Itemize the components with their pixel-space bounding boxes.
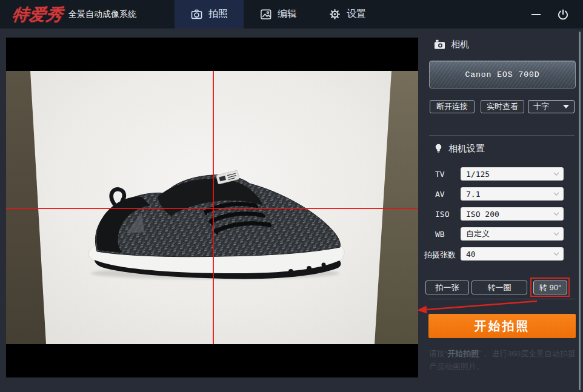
minimize-icon[interactable] bbox=[531, 14, 541, 15]
camera-section-header: 相机 bbox=[434, 39, 469, 50]
annotation-highlight-box bbox=[530, 277, 570, 297]
chevron-down-icon bbox=[553, 192, 559, 196]
camera-icon bbox=[434, 39, 445, 50]
tab-label: 拍照 bbox=[208, 8, 228, 21]
app-logo: 特爱秀 全景自动成像系统 bbox=[12, 0, 136, 28]
camera-icon bbox=[190, 8, 203, 21]
chevron-down-icon bbox=[553, 212, 559, 216]
av-select[interactable]: 7.1 bbox=[461, 187, 564, 201]
iso-label: ISO bbox=[435, 210, 449, 219]
hint-text: 请按“开始拍照”， 进行360度全景自动拍摄产品动画照片。 bbox=[429, 347, 576, 373]
shot-count-select[interactable]: 40 bbox=[461, 247, 564, 261]
window-controls bbox=[531, 0, 570, 28]
divider bbox=[429, 135, 575, 136]
av-value: 7.1 bbox=[466, 190, 480, 199]
overlay-mode-dropdown[interactable]: 十字 bbox=[528, 100, 575, 113]
power-icon[interactable] bbox=[556, 8, 570, 21]
tv-label: TV bbox=[435, 170, 445, 179]
title-bar: 特爱秀 全景自动成像系统 拍照 bbox=[0, 0, 583, 28]
hint-prefix: 请按“ bbox=[429, 349, 447, 358]
start-shooting-button[interactable]: 开始拍照 bbox=[428, 314, 576, 338]
app-subtitle: 全景自动成像系统 bbox=[68, 9, 136, 20]
crosshair-vertical-line bbox=[213, 71, 214, 344]
overlay-mode-value: 十字 bbox=[533, 101, 549, 112]
image-icon bbox=[259, 8, 272, 21]
chevron-down-icon bbox=[553, 172, 559, 176]
chevron-down-icon bbox=[553, 232, 559, 236]
disconnect-button[interactable]: 断开连接 bbox=[430, 100, 475, 113]
tv-value: 1/125 bbox=[466, 170, 490, 179]
tab-capture[interactable]: 拍照 bbox=[175, 0, 244, 28]
divider bbox=[429, 299, 575, 299]
chevron-down-icon bbox=[553, 252, 559, 256]
iso-select[interactable]: ISO 200 bbox=[461, 207, 564, 221]
camera-live-preview bbox=[6, 38, 418, 377]
bulb-icon bbox=[434, 144, 443, 154]
live-view-button[interactable]: 实时查看 bbox=[481, 100, 524, 113]
app-window: 特爱秀 全景自动成像系统 拍照 bbox=[0, 0, 583, 392]
wb-value: 自定义 bbox=[466, 228, 490, 239]
tab-settings[interactable]: 设置 bbox=[313, 0, 382, 28]
panel-scrollbar[interactable] bbox=[579, 32, 581, 390]
chevron-down-icon bbox=[563, 105, 569, 108]
hint-emphasis: 开始拍照 bbox=[447, 349, 479, 358]
shot-count-value: 40 bbox=[466, 250, 476, 259]
iso-value: ISO 200 bbox=[466, 210, 499, 219]
tab-label: 设置 bbox=[347, 8, 366, 21]
shot-count-label: 拍摄张数 bbox=[424, 250, 456, 261]
settings-section-title: 相机设置 bbox=[448, 143, 485, 154]
main-tabs: 拍照 编辑 bbox=[175, 0, 382, 28]
control-panel: 相机 Canon EOS 700D 断开连接 实时查看 十字 相机设置 TV 1… bbox=[418, 28, 583, 392]
camera-section-title: 相机 bbox=[451, 39, 469, 50]
tab-label: 编辑 bbox=[278, 8, 297, 21]
tv-select[interactable]: 1/125 bbox=[461, 167, 564, 181]
crosshair-horizontal-line bbox=[6, 208, 418, 209]
settings-section-header: 相机设置 bbox=[434, 143, 485, 154]
tab-edit[interactable]: 编辑 bbox=[244, 0, 313, 28]
wb-select[interactable]: 自定义 bbox=[461, 227, 564, 241]
app-logo-text: 特爱秀 bbox=[11, 4, 64, 25]
av-label: AV bbox=[435, 190, 445, 199]
rotate-loop-button[interactable]: 转一圈 bbox=[471, 281, 527, 294]
shoot-one-button[interactable]: 拍一张 bbox=[425, 281, 469, 294]
preview-photo bbox=[6, 71, 418, 344]
gear-icon bbox=[328, 8, 341, 21]
camera-model-button[interactable]: Canon EOS 700D bbox=[429, 61, 576, 88]
wb-label: WB bbox=[435, 230, 445, 239]
